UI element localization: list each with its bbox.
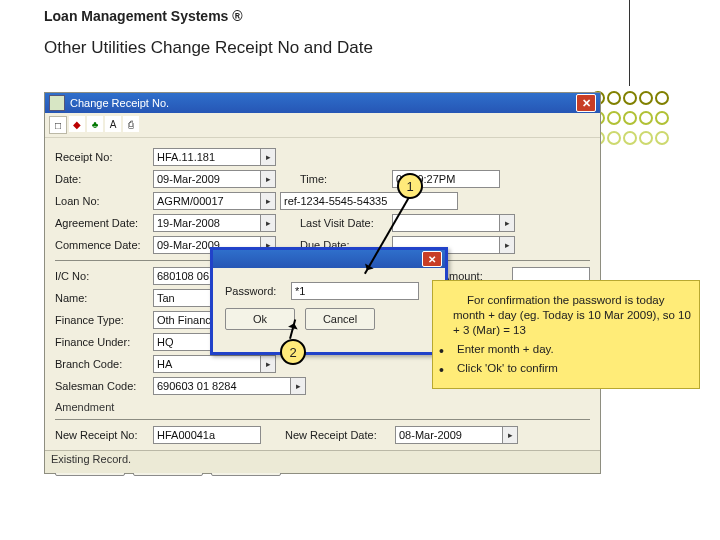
cancel-button[interactable]: Cancel: [305, 308, 375, 330]
agreement-date-label: Agreement Date:: [55, 217, 153, 229]
toolbar-btn-4[interactable]: A: [105, 116, 121, 132]
stepper-icon[interactable]: ▸: [502, 426, 518, 444]
finance-type-label: Finance Type:: [55, 314, 153, 326]
salesman-code-field[interactable]: 690603 01 8284: [153, 377, 291, 395]
tip-line-3: Click 'Ok' to confirm: [453, 361, 691, 376]
salesman-code-label: Salesman Code:: [55, 380, 153, 392]
stepper-icon[interactable]: ▸: [499, 214, 515, 232]
last-visit-field[interactable]: [392, 214, 500, 232]
new-receipt-date-label: New Receipt Date:: [285, 429, 395, 441]
password-dialog: ✕ Password: *1 Ok Cancel: [210, 247, 448, 355]
new-receipt-no-label: New Receipt No:: [55, 429, 153, 441]
loan-no-field[interactable]: AGRM/00017: [153, 192, 261, 210]
tip-line-1: For confirmation the password is today m…: [453, 293, 691, 338]
agreement-date-field[interactable]: 19-Mar-2008: [153, 214, 261, 232]
status-bar: Existing Record.: [45, 450, 600, 473]
toolbar-btn-2[interactable]: ◆: [69, 116, 85, 132]
stepper-icon[interactable]: ▸: [260, 170, 276, 188]
ok-button[interactable]: Ok: [225, 308, 295, 330]
ref-field[interactable]: ref-1234-5545-54335: [280, 192, 458, 210]
ic-no-label: I/C No:: [55, 270, 153, 282]
app-icon: [49, 95, 65, 111]
toolbar: □ ◆ ♣ A ⎙: [45, 113, 600, 138]
toolbar-btn-1[interactable]: □: [49, 116, 67, 134]
dialog-titlebar: ✕: [213, 250, 445, 268]
instruction-box: For confirmation the password is today m…: [432, 280, 700, 389]
stepper-icon[interactable]: ▸: [499, 236, 515, 254]
vertical-divider: [629, 0, 630, 86]
branch-code-field[interactable]: HA: [153, 355, 261, 373]
callout-1: 1: [397, 173, 423, 199]
titlebar: Change Receipt No. ✕: [45, 93, 600, 113]
new-receipt-date-field[interactable]: 08-Mar-2009: [395, 426, 503, 444]
date-field[interactable]: 09-Mar-2009: [153, 170, 261, 188]
close-icon[interactable]: ✕: [576, 94, 596, 112]
name-label: Name:: [55, 292, 153, 304]
toolbar-btn-3[interactable]: ♣: [87, 116, 103, 132]
amendment-section-label: Amendment: [55, 401, 590, 413]
window-title: Change Receipt No.: [70, 97, 576, 109]
stepper-icon[interactable]: ▸: [260, 214, 276, 232]
page-subtitle: Other Utilities Change Receipt No and Da…: [44, 38, 676, 58]
last-visit-label: Last Visit Date:: [300, 217, 392, 229]
page-title: Loan Management Systems ®: [44, 8, 676, 24]
branch-code-label: Branch Code:: [55, 358, 153, 370]
date-label: Date:: [55, 173, 153, 185]
decorative-dots: [590, 86, 670, 150]
stepper-icon[interactable]: ▸: [290, 377, 306, 395]
time-label: Time:: [300, 173, 392, 185]
receipt-no-label: Receipt No:: [55, 151, 153, 163]
finance-under-label: Finance Under:: [55, 336, 153, 348]
receipt-no-field[interactable]: HFA.11.181: [153, 148, 261, 166]
toolbar-btn-5[interactable]: ⎙: [123, 116, 139, 132]
password-label: Password:: [225, 285, 291, 297]
stepper-icon[interactable]: ▸: [260, 148, 276, 166]
commence-date-label: Commence Date:: [55, 239, 153, 251]
callout-2: 2: [280, 339, 306, 365]
stepper-icon[interactable]: ▸: [260, 192, 276, 210]
stepper-icon[interactable]: ▸: [260, 355, 276, 373]
new-receipt-no-field[interactable]: HFA00041a: [153, 426, 261, 444]
tip-line-2: Enter month + day.: [453, 342, 691, 357]
password-field[interactable]: *1: [291, 282, 419, 300]
loan-no-label: Loan No:: [55, 195, 153, 207]
close-icon[interactable]: ✕: [422, 251, 442, 267]
